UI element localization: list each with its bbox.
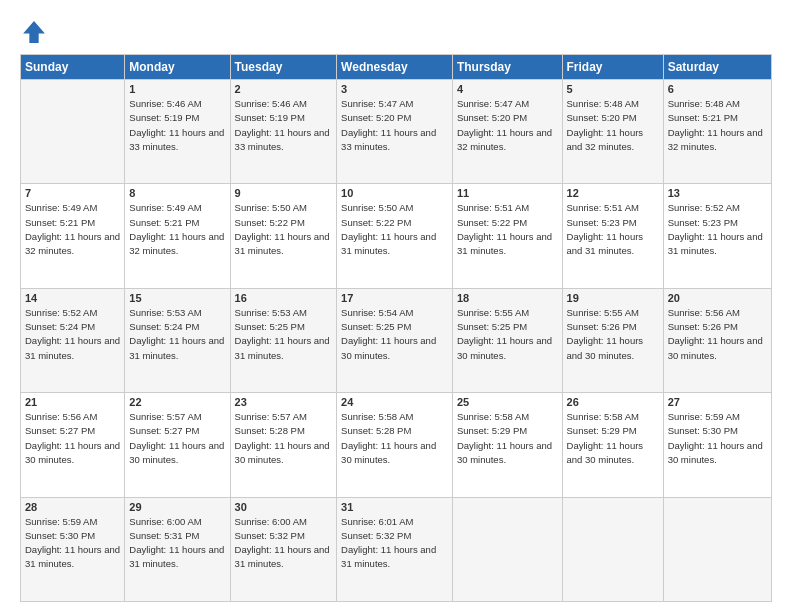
day-number: 29 (129, 501, 225, 513)
day-number: 19 (567, 292, 659, 304)
week-row-3: 14Sunrise: 5:52 AMSunset: 5:24 PMDayligh… (21, 288, 772, 392)
page: SundayMondayTuesdayWednesdayThursdayFrid… (0, 0, 792, 612)
day-info: Sunrise: 5:48 AMSunset: 5:21 PMDaylight:… (668, 97, 767, 154)
day-cell: 15Sunrise: 5:53 AMSunset: 5:24 PMDayligh… (125, 288, 230, 392)
day-cell: 20Sunrise: 5:56 AMSunset: 5:26 PMDayligh… (663, 288, 771, 392)
header-cell-friday: Friday (562, 55, 663, 80)
day-cell: 5Sunrise: 5:48 AMSunset: 5:20 PMDaylight… (562, 80, 663, 184)
calendar-table: SundayMondayTuesdayWednesdayThursdayFrid… (20, 54, 772, 602)
day-info: Sunrise: 5:51 AMSunset: 5:23 PMDaylight:… (567, 201, 659, 258)
day-cell: 6Sunrise: 5:48 AMSunset: 5:21 PMDaylight… (663, 80, 771, 184)
day-number: 23 (235, 396, 333, 408)
day-info: Sunrise: 5:55 AMSunset: 5:26 PMDaylight:… (567, 306, 659, 363)
day-info: Sunrise: 5:46 AMSunset: 5:19 PMDaylight:… (235, 97, 333, 154)
header-cell-wednesday: Wednesday (337, 55, 453, 80)
day-info: Sunrise: 5:58 AMSunset: 5:29 PMDaylight:… (567, 410, 659, 467)
day-number: 21 (25, 396, 120, 408)
day-info: Sunrise: 5:52 AMSunset: 5:24 PMDaylight:… (25, 306, 120, 363)
day-info: Sunrise: 5:56 AMSunset: 5:27 PMDaylight:… (25, 410, 120, 467)
day-cell: 23Sunrise: 5:57 AMSunset: 5:28 PMDayligh… (230, 393, 337, 497)
day-info: Sunrise: 6:00 AMSunset: 5:31 PMDaylight:… (129, 515, 225, 572)
day-number: 4 (457, 83, 558, 95)
day-cell: 2Sunrise: 5:46 AMSunset: 5:19 PMDaylight… (230, 80, 337, 184)
day-number: 31 (341, 501, 448, 513)
day-cell: 30Sunrise: 6:00 AMSunset: 5:32 PMDayligh… (230, 497, 337, 601)
day-number: 27 (668, 396, 767, 408)
day-info: Sunrise: 5:48 AMSunset: 5:20 PMDaylight:… (567, 97, 659, 154)
header-cell-saturday: Saturday (663, 55, 771, 80)
day-number: 1 (129, 83, 225, 95)
day-cell: 13Sunrise: 5:52 AMSunset: 5:23 PMDayligh… (663, 184, 771, 288)
day-cell: 24Sunrise: 5:58 AMSunset: 5:28 PMDayligh… (337, 393, 453, 497)
day-cell: 17Sunrise: 5:54 AMSunset: 5:25 PMDayligh… (337, 288, 453, 392)
day-info: Sunrise: 5:58 AMSunset: 5:28 PMDaylight:… (341, 410, 448, 467)
day-cell: 9Sunrise: 5:50 AMSunset: 5:22 PMDaylight… (230, 184, 337, 288)
day-info: Sunrise: 5:46 AMSunset: 5:19 PMDaylight:… (129, 97, 225, 154)
day-number: 2 (235, 83, 333, 95)
day-number: 12 (567, 187, 659, 199)
day-cell: 25Sunrise: 5:58 AMSunset: 5:29 PMDayligh… (452, 393, 562, 497)
day-info: Sunrise: 5:47 AMSunset: 5:20 PMDaylight:… (457, 97, 558, 154)
header-row: SundayMondayTuesdayWednesdayThursdayFrid… (21, 55, 772, 80)
day-number: 30 (235, 501, 333, 513)
day-cell: 14Sunrise: 5:52 AMSunset: 5:24 PMDayligh… (21, 288, 125, 392)
day-info: Sunrise: 6:00 AMSunset: 5:32 PMDaylight:… (235, 515, 333, 572)
day-number: 14 (25, 292, 120, 304)
day-info: Sunrise: 5:53 AMSunset: 5:25 PMDaylight:… (235, 306, 333, 363)
day-cell: 21Sunrise: 5:56 AMSunset: 5:27 PMDayligh… (21, 393, 125, 497)
day-info: Sunrise: 5:54 AMSunset: 5:25 PMDaylight:… (341, 306, 448, 363)
day-cell (663, 497, 771, 601)
day-cell: 8Sunrise: 5:49 AMSunset: 5:21 PMDaylight… (125, 184, 230, 288)
day-number: 15 (129, 292, 225, 304)
day-number: 7 (25, 187, 120, 199)
day-cell: 10Sunrise: 5:50 AMSunset: 5:22 PMDayligh… (337, 184, 453, 288)
header-cell-sunday: Sunday (21, 55, 125, 80)
day-cell: 18Sunrise: 5:55 AMSunset: 5:25 PMDayligh… (452, 288, 562, 392)
day-info: Sunrise: 5:57 AMSunset: 5:27 PMDaylight:… (129, 410, 225, 467)
day-info: Sunrise: 5:50 AMSunset: 5:22 PMDaylight:… (235, 201, 333, 258)
day-info: Sunrise: 6:01 AMSunset: 5:32 PMDaylight:… (341, 515, 448, 572)
day-number: 28 (25, 501, 120, 513)
day-cell: 26Sunrise: 5:58 AMSunset: 5:29 PMDayligh… (562, 393, 663, 497)
day-info: Sunrise: 5:59 AMSunset: 5:30 PMDaylight:… (668, 410, 767, 467)
day-info: Sunrise: 5:50 AMSunset: 5:22 PMDaylight:… (341, 201, 448, 258)
week-row-1: 1Sunrise: 5:46 AMSunset: 5:19 PMDaylight… (21, 80, 772, 184)
day-cell: 16Sunrise: 5:53 AMSunset: 5:25 PMDayligh… (230, 288, 337, 392)
day-cell: 27Sunrise: 5:59 AMSunset: 5:30 PMDayligh… (663, 393, 771, 497)
day-number: 9 (235, 187, 333, 199)
header-cell-tuesday: Tuesday (230, 55, 337, 80)
day-number: 5 (567, 83, 659, 95)
day-info: Sunrise: 5:52 AMSunset: 5:23 PMDaylight:… (668, 201, 767, 258)
day-number: 10 (341, 187, 448, 199)
day-number: 13 (668, 187, 767, 199)
day-info: Sunrise: 5:58 AMSunset: 5:29 PMDaylight:… (457, 410, 558, 467)
week-row-4: 21Sunrise: 5:56 AMSunset: 5:27 PMDayligh… (21, 393, 772, 497)
day-number: 25 (457, 396, 558, 408)
day-number: 16 (235, 292, 333, 304)
day-cell: 28Sunrise: 5:59 AMSunset: 5:30 PMDayligh… (21, 497, 125, 601)
day-cell: 12Sunrise: 5:51 AMSunset: 5:23 PMDayligh… (562, 184, 663, 288)
logo-icon (20, 18, 48, 46)
day-info: Sunrise: 5:59 AMSunset: 5:30 PMDaylight:… (25, 515, 120, 572)
day-cell (21, 80, 125, 184)
day-info: Sunrise: 5:49 AMSunset: 5:21 PMDaylight:… (129, 201, 225, 258)
day-info: Sunrise: 5:55 AMSunset: 5:25 PMDaylight:… (457, 306, 558, 363)
day-info: Sunrise: 5:51 AMSunset: 5:22 PMDaylight:… (457, 201, 558, 258)
day-info: Sunrise: 5:49 AMSunset: 5:21 PMDaylight:… (25, 201, 120, 258)
day-number: 24 (341, 396, 448, 408)
day-number: 17 (341, 292, 448, 304)
day-cell: 22Sunrise: 5:57 AMSunset: 5:27 PMDayligh… (125, 393, 230, 497)
day-number: 3 (341, 83, 448, 95)
day-cell: 7Sunrise: 5:49 AMSunset: 5:21 PMDaylight… (21, 184, 125, 288)
day-cell: 19Sunrise: 5:55 AMSunset: 5:26 PMDayligh… (562, 288, 663, 392)
day-info: Sunrise: 5:57 AMSunset: 5:28 PMDaylight:… (235, 410, 333, 467)
logo (20, 18, 52, 46)
day-number: 26 (567, 396, 659, 408)
day-cell: 29Sunrise: 6:00 AMSunset: 5:31 PMDayligh… (125, 497, 230, 601)
header-cell-thursday: Thursday (452, 55, 562, 80)
day-cell (452, 497, 562, 601)
day-number: 11 (457, 187, 558, 199)
day-number: 6 (668, 83, 767, 95)
day-info: Sunrise: 5:56 AMSunset: 5:26 PMDaylight:… (668, 306, 767, 363)
day-cell: 1Sunrise: 5:46 AMSunset: 5:19 PMDaylight… (125, 80, 230, 184)
